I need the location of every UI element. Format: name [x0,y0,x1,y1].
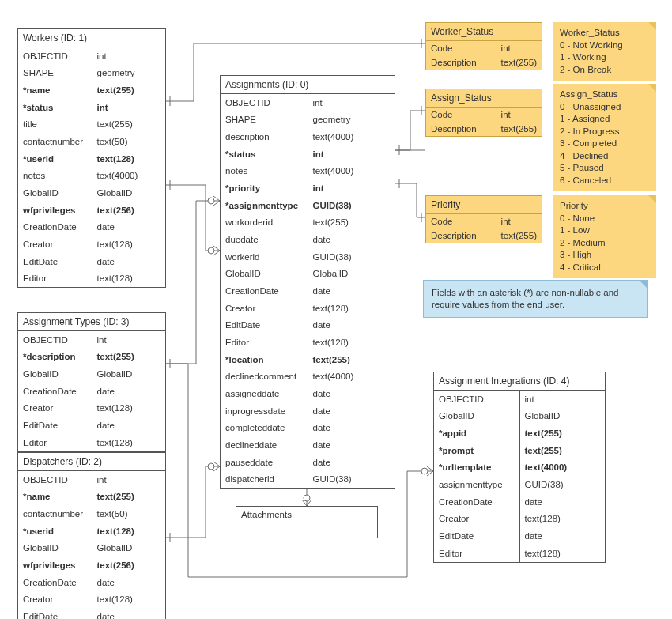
field-name: description [221,128,308,145]
lookup-field-type: text(255) [496,122,542,136]
field-name: *userid [18,523,92,540]
field-type: text(255) [92,489,166,506]
field-name: declineddate [221,436,308,454]
note-line: 2 - Medium [560,237,650,250]
lookup-field-name: Description [426,55,496,70]
field-type: text(4000) [308,368,395,386]
field-type: text(256) [92,202,166,219]
field-name: CreationDate [18,219,92,236]
svg-line-16 [213,462,220,466]
svg-line-17 [213,466,220,471]
field-type: int [92,99,166,116]
field-type: GlobalID [92,540,166,557]
lookup-assign-status: Assign_Status CodeDescriptioninttext(255… [425,89,542,137]
svg-line-20 [302,500,307,506]
lookup-field-type: text(255) [496,55,542,70]
field-type: GUID(38) [308,197,395,214]
field-name: OBJECTID [18,331,92,349]
field-name: notes [221,163,308,180]
field-name: CreationDate [221,282,308,300]
entity-title: Attachments [236,507,377,523]
note-line: 3 - High [560,249,650,262]
field-type: text(4000) [520,459,606,477]
field-type: date [92,383,166,400]
field-name: wfprivileges [18,557,92,574]
field-type: text(128) [92,591,166,609]
field-type: text(128) [308,334,395,351]
lookup-field-name: Code [426,214,496,228]
entity-fields: OBJECTIDGlobalID*appid*prompt*urltemplat… [434,391,605,562]
field-name: OBJECTID [221,94,308,111]
entity-fields: OBJECTIDSHAPE*name*statustitlecontactnum… [18,47,165,287]
field-type: int [92,331,166,349]
field-name: Editor [18,270,92,288]
entity-title: Dispatchers (ID: 2) [18,453,165,471]
lookup-title: Priority [426,196,542,214]
field-type: GUID(38) [520,476,606,493]
svg-line-12 [213,196,220,201]
field-type: date [92,417,166,434]
field-name: *urltemplate [434,459,519,477]
field-name: *status [221,145,308,163]
lookup-field-type: int [496,108,542,122]
field-type: int [520,391,606,408]
field-type: int [92,47,166,65]
field-type: text(255) [520,425,606,442]
field-name: EditDate [221,317,308,334]
entity-workers: Workers (ID: 1) OBJECTIDSHAPE*name*statu… [17,28,166,288]
callout-asterisk-info: Fields with an asterisk (*) are non-null… [423,280,648,318]
entity-fields: OBJECTID*descriptionGlobalIDCreationDate… [18,331,165,451]
note-line: 3 - Completed [560,138,650,150]
note-line: 0 - None [560,213,650,225]
note-line: 1 - Assigned [560,113,650,126]
field-name: GlobalID [18,540,92,557]
field-name: *name [18,81,92,99]
svg-point-10 [208,247,214,254]
note-line: 0 - Not Working [560,40,650,52]
svg-line-25 [427,471,433,476]
entity-assignment-types: Assignment Types (ID: 3) OBJECTID*descri… [17,312,166,452]
lookup-worker-status: Worker_Status CodeDescriptioninttext(255… [425,22,542,70]
field-name: duedate [221,231,308,248]
note-line: 2 - In Progress [560,126,650,138]
field-type: date [308,402,395,420]
field-type: date [92,574,166,591]
svg-line-13 [213,201,220,206]
field-name: Creator [18,591,92,609]
entity-title: Assignment Integrations (ID: 4) [434,372,605,391]
field-name: declinedcomment [221,368,308,386]
field-type: GlobalID [308,266,395,283]
field-name: workerid [221,248,308,266]
entity-title: Workers (ID: 1) [18,29,165,47]
lookup-field-type: int [496,214,542,228]
field-type: text(128) [92,270,166,288]
field-name: wfprivileges [18,202,92,219]
field-type: text(255) [92,81,166,99]
field-name: Creator [434,511,519,528]
field-type: text(128) [520,545,606,562]
field-type: date [308,282,395,300]
field-name: EditDate [434,527,519,545]
field-type: text(255) [520,442,606,459]
field-name: Creator [221,300,308,317]
field-name: contactnumber [18,133,92,150]
field-name: completeddate [221,420,308,437]
field-name: CreationDate [434,493,519,511]
field-name: SHAPE [221,111,308,129]
field-name: OBJECTID [18,47,92,65]
field-type: date [308,385,395,402]
svg-line-9 [213,251,220,255]
field-name: GlobalID [18,365,92,383]
note-priority: Priority0 - None1 - Low2 - Medium3 - Hig… [553,195,656,278]
field-type: text(255) [308,351,395,368]
lookup-field-name: Code [426,41,496,55]
note-line: 4 - Declined [560,150,650,163]
field-type: text(128) [92,434,166,451]
field-name: Creator [18,236,92,253]
field-name: Editor [434,545,519,562]
field-type: date [520,527,606,545]
field-name: *name [18,489,92,506]
field-name: *appid [434,425,519,442]
svg-point-14 [208,198,214,204]
field-type: GlobalID [92,184,166,202]
